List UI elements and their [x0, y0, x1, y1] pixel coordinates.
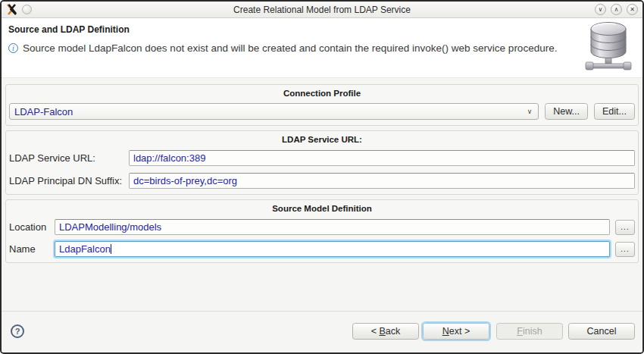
back-button[interactable]: < Back	[352, 323, 419, 340]
connection-profile-group-title: Connection Profile	[9, 89, 635, 98]
page-title: Source and LDAP Definition	[8, 24, 635, 35]
chevron-up-icon: ∧	[614, 7, 619, 13]
name-field-value: LdapFalcon	[59, 243, 111, 255]
cancel-button[interactable]: Cancel	[568, 323, 635, 340]
ldap-principal-dn-suffix-field[interactable]: dc=birds-of-prey,dc=org	[129, 173, 635, 189]
maximize-button[interactable]: ∧	[611, 4, 622, 15]
ldap-service-url-label: LDAP Service URL:	[9, 152, 129, 164]
close-icon: ✕	[630, 7, 635, 13]
wizard-header: Source and LDAP Definition i Source mode…	[2, 18, 642, 78]
chevron-down-icon: ∨	[527, 108, 534, 115]
ldap-service-url-field[interactable]: ldap://falcon:389	[129, 150, 635, 166]
chevron-down-icon: ∨	[599, 7, 603, 13]
title-bar: Create Relational Model from LDAP Servic…	[2, 2, 642, 18]
browse-location-button[interactable]: ...	[615, 220, 635, 235]
window-title: Create Relational Model from LDAP Servic…	[2, 5, 642, 15]
spacer	[4, 268, 640, 311]
next-button[interactable]: Next >	[423, 323, 489, 340]
name-label: Name	[9, 243, 55, 255]
connection-profile-combo[interactable]: LDAP-Falcon ∨	[9, 103, 539, 120]
ldap-principal-dn-suffix-label: LDAP Principal DN Suffix:	[9, 175, 129, 186]
location-field[interactable]: LDAPModelling/models	[55, 219, 610, 235]
button-bar: ? < Back Next > Finish Cancel	[2, 311, 642, 352]
database-network-icon	[580, 20, 636, 79]
location-label: Location	[9, 221, 55, 233]
ldap-service-url-group-title: LDAP Service URL:	[9, 135, 635, 144]
close-button[interactable]: ✕	[627, 4, 638, 15]
minimize-button[interactable]: ∨	[595, 4, 606, 15]
help-button[interactable]: ?	[11, 324, 24, 338]
source-model-definition-group: Source Model Definition Location LDAPMod…	[5, 199, 639, 263]
status-message: Source model LdapFalcon does not exist a…	[23, 42, 557, 54]
info-icon: i	[8, 43, 18, 53]
wizard-dialog: Create Relational Model from LDAP Servic…	[0, 0, 644, 354]
x11-logo-icon	[6, 4, 17, 15]
name-field[interactable]: LdapFalcon	[55, 241, 610, 257]
window-menu-button[interactable]	[22, 5, 32, 14]
connection-profile-selected-value: LDAP-Falcon	[14, 106, 73, 117]
browse-name-button[interactable]: ...	[615, 242, 635, 257]
ldap-service-url-group: LDAP Service URL: LDAP Service URL: ldap…	[5, 130, 639, 195]
edit-profile-button[interactable]: Edit...	[594, 103, 635, 120]
question-mark-icon: ?	[15, 327, 20, 336]
text-caret	[111, 244, 111, 254]
source-model-definition-group-title: Source Model Definition	[9, 204, 635, 213]
connection-profile-group: Connection Profile LDAP-Falcon ∨ New... …	[5, 84, 639, 126]
wizard-content: Connection Profile LDAP-Falcon ∨ New... …	[2, 78, 642, 311]
finish-button[interactable]: Finish	[496, 323, 563, 340]
new-profile-button[interactable]: New...	[545, 103, 588, 120]
